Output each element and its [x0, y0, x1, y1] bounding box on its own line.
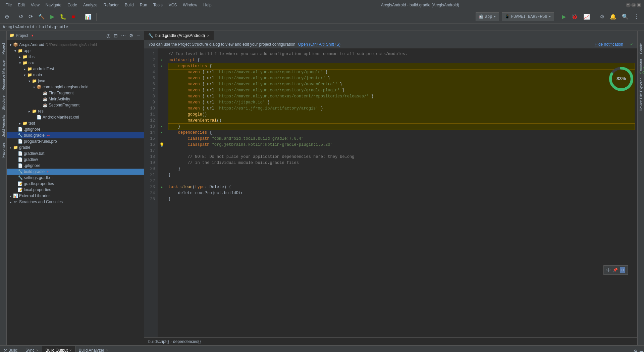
menu-refactor[interactable]: Refactor — [101, 2, 121, 8]
menu-code[interactable]: Code — [65, 2, 80, 8]
menu-view[interactable]: View — [28, 2, 42, 8]
tree-item-root[interactable]: ▾ 📦 ArcgisAndroid D:\Desktop\code\Arcgis… — [7, 42, 144, 48]
build-analyzer-tab-close[interactable]: ✕ — [106, 349, 108, 352]
debug-app-button[interactable]: 🐞 — [569, 13, 580, 20]
run-app-button[interactable]: ▶ — [560, 13, 568, 20]
maximize-button[interactable]: □ — [631, 3, 636, 7]
build-output-tab-close[interactable]: ✕ — [69, 349, 72, 352]
menu-file[interactable]: File — [3, 2, 14, 8]
tree-item-mainactivity[interactable]: ☕ MainActivity — [7, 96, 144, 102]
editor-breadcrumb-buildscript[interactable]: buildscript{} — [148, 339, 169, 344]
sidebar-item-device-file-explorer[interactable]: Device File Explorer — [638, 76, 644, 113]
tree-item-androidtest[interactable]: ▸ 📁 androidTest — [7, 66, 144, 72]
app-configuration-dropdown[interactable]: 🤖 app ▾ — [476, 12, 499, 21]
tree-item-res[interactable]: ▸ 📁 res — [7, 108, 144, 114]
sidebar-item-resource-manager[interactable]: Resource Manager — [1, 57, 6, 93]
close-button[interactable]: ✕ — [637, 3, 641, 7]
tree-item-firstfragment[interactable]: ☕ FirstFragment — [7, 90, 144, 96]
tree-locate-button[interactable]: ◎ — [105, 32, 111, 39]
tree-item-manifest[interactable]: 📄 AndroidManifest.xml — [7, 114, 144, 120]
tree-settings-button[interactable]: ⚙ — [128, 32, 135, 39]
tree-item-local-properties[interactable]: 📝 local.properties — [7, 187, 144, 193]
tree-item-app[interactable]: ▾ 📁 app — [7, 48, 144, 54]
build-button[interactable]: 🔨 — [36, 13, 47, 20]
tree-collapse-button[interactable]: ⊟ — [113, 32, 119, 39]
ime-pin-button[interactable]: 📌 — [613, 268, 618, 273]
tree-arrow-build-gradle-root — [13, 170, 17, 174]
tab-close-button[interactable]: ✕ — [207, 34, 210, 38]
tree-item-external-libs[interactable]: ▸ 📊 External Libraries — [7, 193, 144, 199]
run-task-clean-button[interactable]: ▶ — [161, 185, 163, 189]
tree-item-java[interactable]: ▾ 📁 java — [7, 78, 144, 84]
refresh-button[interactable]: ↺ — [17, 13, 25, 20]
sync-button[interactable]: ⟳ — [26, 13, 35, 20]
notifications-button[interactable]: 🔔 — [608, 13, 619, 20]
sidebar-item-structure[interactable]: Structure — [1, 93, 6, 113]
build-panel-settings-button[interactable]: ⚙ — [632, 348, 639, 352]
more-button[interactable]: ⋮ — [632, 13, 641, 20]
settings-button[interactable]: ⚙ — [598, 13, 606, 20]
breadcrumb-file[interactable]: build.gradle — [39, 25, 68, 30]
sidebar-item-favorites[interactable]: Favorites — [1, 140, 6, 160]
tree-item-build-gradle-root[interactable]: 🔧 build.gradle ← — [7, 169, 144, 175]
debug-button[interactable]: 🐛 — [58, 13, 68, 20]
tree-item-test[interactable]: ▸ 📁 test — [7, 120, 144, 126]
menu-build[interactable]: Build — [122, 2, 137, 8]
sidebar-item-build-variants[interactable]: Build Variants — [1, 113, 6, 139]
tree-item-gradlew[interactable]: 📄 gradlew — [7, 157, 144, 163]
menu-vcs[interactable]: VCS — [166, 2, 180, 8]
code-area[interactable]: // Top-level build file where you can ad… — [166, 48, 637, 337]
breadcrumb-project[interactable]: ArcgisAndroid — [3, 25, 34, 30]
bottom-tab-build[interactable]: ⚒ Build: — [0, 346, 22, 352]
bottom-tab-sync[interactable]: Sync ✕ — [22, 346, 42, 352]
menu-edit[interactable]: Edit — [15, 2, 28, 8]
tree-item-main[interactable]: ▾ 📁 main — [7, 72, 144, 78]
menu-analyze[interactable]: Analyze — [80, 2, 100, 8]
tree-item-package[interactable]: ▾ 📦 com.tanqidi.arcgisandroid — [7, 84, 144, 90]
fold-repositories-button[interactable]: ▾ — [161, 64, 163, 68]
tree-item-gitignore-app[interactable]: 📄 .gitignore — [7, 126, 144, 132]
tree-item-scratches[interactable]: ▸ ✏ Scratches and Consoles — [7, 199, 144, 205]
menu-run[interactable]: Run — [137, 2, 150, 8]
minimize-button[interactable]: ─ — [626, 3, 631, 7]
run-button[interactable]: ▶ — [48, 13, 56, 20]
cursor-tool-button[interactable]: ⊕ — [3, 13, 11, 20]
build-panel-minimize-button[interactable]: ─ — [639, 348, 644, 352]
editor-breadcrumb-dependencies[interactable]: dependencies{} — [173, 339, 201, 344]
editor-tab-build-gradle[interactable]: 🔧 build.gradle (ArcgisAndroid) ✕ — [144, 31, 214, 40]
tree-close-button[interactable]: ─ — [136, 32, 141, 39]
sidebar-item-gradle[interactable]: Gradle — [638, 41, 644, 56]
tree-item-proguard[interactable]: 📄 proguard-rules.pro — [7, 138, 144, 144]
tree-item-src[interactable]: ▾ 📁 src — [7, 60, 144, 66]
ime-toggle-button[interactable]: □ — [620, 267, 625, 273]
fold-buildscript-button[interactable]: ▾ — [161, 58, 163, 62]
sync-tab-close[interactable]: ✕ — [36, 349, 39, 352]
stop-button[interactable]: ■ — [70, 13, 77, 20]
menu-navigate[interactable]: Navigate — [43, 2, 64, 8]
notification-open-link[interactable]: Open (Ctrl+Alt+Shift+S) — [298, 42, 340, 47]
tree-item-gradlew-bat[interactable]: 📄 gradlew.bat — [7, 150, 144, 157]
bottom-tab-build-output[interactable]: Build Output ✕ — [42, 346, 75, 352]
tree-dots-button[interactable]: ⋯ — [120, 32, 127, 39]
notification-hide-link[interactable]: Hide notification — [595, 42, 623, 47]
menu-window[interactable]: Window — [180, 2, 200, 8]
bottom-tab-build-analyzer[interactable]: Build Analyzer ✕ — [75, 346, 112, 352]
tree-item-libs[interactable]: ▸ 📁 libs — [7, 54, 144, 60]
profile-app-button[interactable]: 📈 — [581, 13, 592, 20]
fold-dependencies[interactable]: ▾ — [161, 131, 163, 135]
tree-item-gradle-properties[interactable]: 📝 gradle.properties — [7, 181, 144, 187]
profile-button[interactable]: 📊 — [83, 13, 94, 20]
menu-tools[interactable]: Tools — [151, 2, 165, 8]
tree-item-settings-gradle[interactable]: 🔧 settings.gradle ← — [7, 175, 144, 181]
tree-item-build-gradle-app[interactable]: 🔧 build.gradle ← — [7, 132, 144, 138]
fold-close-repos[interactable]: ▾ — [161, 125, 163, 129]
tree-item-secondfragment[interactable]: ☕ SecondFragment — [7, 102, 144, 108]
sidebar-item-project[interactable]: Project — [1, 41, 6, 56]
menu-help[interactable]: Help — [201, 2, 214, 8]
device-dropdown[interactable]: 📱 HUAWEI BAH3-W59 ▾ — [502, 12, 554, 21]
tree-arrow-main: ▾ — [22, 73, 27, 77]
tree-item-gradle-folder[interactable]: ▸ 📁 gradle — [7, 144, 144, 150]
tree-item-gitignore-root[interactable]: 📄 .gitignore — [7, 163, 144, 169]
ime-chinese-button[interactable]: 中 — [606, 267, 611, 273]
search-button[interactable]: 🔍 — [620, 13, 631, 20]
